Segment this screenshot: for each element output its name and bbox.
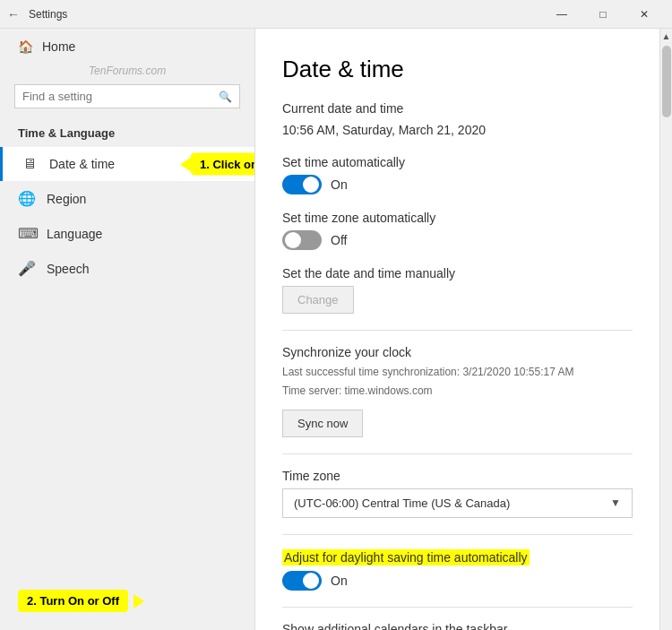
sync-label: Synchronize your clock	[282, 345, 633, 359]
daylight-toggle-row: On	[282, 571, 633, 591]
divider2	[282, 453, 633, 454]
auto-time-toggle-row: On	[282, 175, 633, 194]
maximize-button[interactable]: □	[582, 0, 624, 29]
sync-desc1: Last successful time synchronization: 3/…	[282, 365, 633, 380]
scrollbar[interactable]: ▲	[659, 29, 672, 630]
watermark: TenForums.com	[0, 65, 254, 77]
current-time-value: 10:56 AM, Saturday, March 21, 2020	[282, 123, 633, 137]
page-title: Date & time	[282, 56, 633, 83]
sidebar-item-language[interactable]: ⌨ Language	[0, 216, 254, 251]
annotation1-arrow	[180, 157, 191, 171]
home-label: Home	[42, 39, 75, 54]
timezone-setting: Time zone (UTC-06:00) Central Time (US &…	[282, 469, 633, 518]
speech-label: Speech	[47, 262, 89, 276]
divider4	[282, 607, 633, 608]
auto-timezone-setting: Set time zone automatically Off	[282, 211, 633, 250]
search-icon: 🔍	[219, 91, 232, 103]
main-content: Date & time Current date and time 10:56 …	[255, 29, 659, 630]
auto-timezone-toggle-row: Off	[282, 230, 633, 250]
timezone-value: (UTC-06:00) Central Time (US & Canada)	[294, 496, 510, 510]
calendars-setting: Show additional calendars in the taskbar…	[282, 622, 633, 630]
daylight-state: On	[331, 574, 348, 588]
scrollbar-thumb[interactable]	[662, 46, 671, 117]
auto-time-toggle-knob	[303, 177, 319, 193]
section-title: Time & Language	[0, 119, 254, 147]
titlebar: ← Settings — □ ✕	[0, 0, 672, 29]
auto-timezone-toggle-knob	[285, 232, 301, 248]
sidebar-item-home[interactable]: 🏠 Home	[0, 29, 254, 65]
sidebar-item-region[interactable]: 🌐 Region	[0, 181, 254, 216]
close-button[interactable]: ✕	[624, 0, 665, 29]
timezone-dropdown-arrow: ▼	[610, 496, 621, 509]
auto-time-toggle[interactable]	[282, 175, 322, 194]
sync-button[interactable]: Sync now	[282, 410, 363, 437]
language-label: Language	[47, 227, 102, 241]
sync-setting: Synchronize your clock Last successful t…	[282, 345, 633, 437]
annotation2-area: 2. Turn On or Off	[0, 563, 254, 630]
auto-timezone-toggle[interactable]	[282, 230, 322, 250]
region-label: Region	[47, 192, 86, 206]
date-time-label: Date & time	[49, 157, 115, 171]
timezone-label: Time zone	[282, 469, 633, 483]
date-time-wrapper: 🖥 Date & time 1. Click on	[0, 147, 254, 181]
sync-desc2: Time server: time.windows.com	[282, 384, 633, 399]
app-body: 🏠 Home TenForums.com 🔍 Time & Language 🖥…	[0, 29, 672, 630]
sidebar-item-date-time[interactable]: 🖥 Date & time 1. Click on	[0, 147, 254, 181]
auto-time-setting: Set time automatically On	[282, 155, 633, 194]
change-button: Change	[282, 286, 354, 314]
speech-icon: 🎤	[18, 260, 36, 277]
region-icon: 🌐	[18, 190, 36, 207]
auto-time-state: On	[331, 177, 348, 192]
auto-time-label: Set time automatically	[282, 155, 633, 169]
sidebar-item-speech[interactable]: 🎤 Speech	[0, 251, 254, 286]
daylight-label: Adjust for daylight saving time automati…	[282, 549, 530, 565]
divider3	[282, 534, 633, 535]
language-icon: ⌨	[18, 225, 36, 242]
annotation2-container: 2. Turn On or Off	[18, 590, 237, 612]
divider1	[282, 330, 633, 331]
auto-timezone-label: Set time zone automatically	[282, 211, 633, 225]
daylight-setting: Adjust for daylight saving time automati…	[282, 549, 633, 591]
date-time-icon: 🖥	[21, 156, 39, 172]
annotation2-arrow	[134, 594, 144, 608]
home-icon: 🏠	[18, 39, 33, 54]
annotation2-bubble: 2. Turn On or Off	[18, 590, 128, 612]
minimize-button[interactable]: —	[541, 0, 582, 29]
timezone-dropdown[interactable]: (UTC-06:00) Central Time (US & Canada) ▼	[282, 488, 633, 518]
search-input[interactable]	[22, 90, 215, 103]
annotation1-container: 1. Click on	[180, 153, 255, 176]
daylight-toggle[interactable]	[282, 571, 322, 591]
sidebar: 🏠 Home TenForums.com 🔍 Time & Language 🖥…	[0, 29, 255, 630]
search-box[interactable]: 🔍	[14, 84, 240, 108]
scroll-up-arrow[interactable]: ▲	[659, 29, 672, 44]
manual-time-label: Set the date and time manually	[282, 266, 633, 280]
window-title: Settings	[29, 8, 67, 21]
annotation1-bubble: 1. Click on	[191, 153, 255, 176]
window-controls: — □ ✕	[541, 0, 665, 29]
calendars-label: Show additional calendars in the taskbar	[282, 622, 633, 630]
main-scroll-wrapper: Date & time Current date and time 10:56 …	[255, 29, 672, 630]
manual-time-setting: Set the date and time manually Change	[282, 266, 633, 314]
daylight-toggle-knob	[303, 573, 319, 589]
current-date-label: Current date and time	[282, 101, 633, 116]
auto-timezone-state: Off	[331, 233, 347, 247]
back-button[interactable]: ←	[7, 7, 20, 22]
